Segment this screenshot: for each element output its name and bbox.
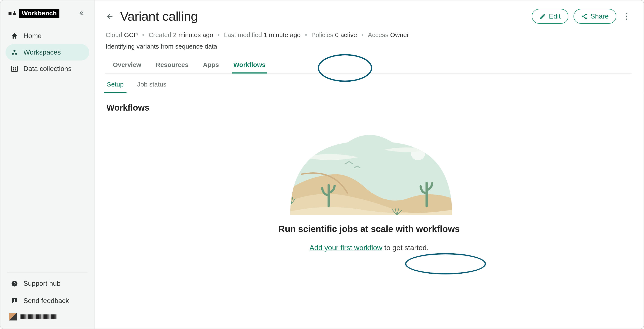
user-name-redacted: [20, 314, 57, 319]
tab-overview[interactable]: Overview: [112, 58, 142, 73]
more-menu-button[interactable]: [622, 11, 632, 22]
sidebar-item-data-collections[interactable]: Data collections: [6, 61, 89, 77]
sidebar-divider: [7, 272, 88, 273]
share-button-label: Share: [590, 12, 609, 20]
subtab-setup[interactable]: Setup: [106, 76, 125, 93]
brand[interactable]: Workbench: [8, 9, 60, 18]
desert-illustration-icon: [278, 125, 461, 215]
svg-point-13: [582, 16, 584, 17]
sidebar-item-workspaces[interactable]: Workspaces: [6, 44, 89, 61]
sidebar-item-send-feedback[interactable]: Send feedback: [6, 292, 89, 309]
svg-point-1: [12, 53, 14, 55]
back-button[interactable]: [105, 11, 115, 22]
svg-point-16: [626, 16, 627, 17]
svg-point-15: [626, 13, 627, 14]
svg-rect-10: [14, 299, 15, 301]
edit-button[interactable]: Edit: [532, 9, 568, 24]
svg-text:?: ?: [13, 281, 16, 286]
main: Variant calling Edit Share: [94, 1, 644, 328]
svg-rect-11: [14, 301, 15, 302]
sidebar: Workbench Home Workspaces: [0, 1, 94, 328]
dot-icon: •: [304, 31, 308, 39]
add-first-workflow-link[interactable]: Add your first workflow: [310, 243, 382, 252]
section-heading: Workflows: [106, 103, 632, 113]
edit-button-label: Edit: [549, 12, 560, 20]
meta-policies: Policies 0 active: [311, 31, 357, 39]
sidebar-item-home[interactable]: Home: [6, 28, 89, 44]
svg-rect-6: [13, 69, 14, 70]
subtab-job-status[interactable]: Job status: [136, 76, 168, 93]
sidebar-item-label: Data collections: [24, 65, 72, 73]
meta-cloud: Cloud GCP: [106, 31, 138, 39]
tabs-secondary: Setup Job status: [94, 76, 644, 93]
action-buttons: Edit Share: [532, 9, 632, 24]
share-icon: [581, 13, 588, 20]
svg-rect-4: [13, 67, 14, 68]
dot-icon: •: [360, 31, 364, 39]
help-icon: ?: [11, 280, 18, 287]
workspace-description: Identifying variants from sequence data: [105, 43, 632, 50]
home-icon: [11, 32, 18, 40]
sidebar-item-support-hub[interactable]: ? Support hub: [6, 275, 89, 292]
meta-row: Cloud GCP • Created 2 minutes ago • Last…: [105, 31, 632, 39]
sidebar-collapse-button[interactable]: [76, 8, 87, 18]
kebab-icon: [625, 13, 628, 20]
empty-subtext: Add your first workflow to get started.: [262, 243, 476, 252]
header: Variant calling Edit Share: [94, 1, 644, 76]
svg-point-12: [585, 14, 587, 15]
tab-resources[interactable]: Resources: [154, 58, 190, 73]
meta-created: Created 2 minutes ago: [149, 31, 213, 39]
svg-point-0: [14, 50, 16, 52]
brand-logo-icon: [8, 11, 16, 16]
nav-section: Home Workspaces Data collections: [6, 28, 89, 271]
title-row: Variant calling Edit Share: [105, 9, 632, 24]
empty-tail: to get started.: [382, 243, 428, 252]
dot-icon: •: [216, 31, 221, 39]
share-button[interactable]: Share: [574, 9, 616, 24]
sidebar-item-label: Workspaces: [24, 48, 61, 56]
dot-icon: •: [141, 31, 145, 39]
pencil-icon: [540, 13, 546, 20]
sidebar-bottom: ? Support hub Send feedback: [6, 275, 89, 323]
page-title: Variant calling: [120, 9, 198, 24]
empty-state: Run scientific jobs at scale with workfl…: [262, 125, 476, 252]
svg-point-14: [585, 18, 587, 19]
svg-point-17: [626, 18, 627, 20]
workspaces-icon: [11, 49, 18, 56]
svg-rect-5: [15, 67, 16, 68]
tab-workflows[interactable]: Workflows: [232, 58, 267, 73]
tabs-primary: Overview Resources Apps Workflows: [105, 58, 632, 74]
sidebar-item-label: Support hub: [24, 279, 60, 287]
arrow-left-icon: [106, 13, 114, 20]
sidebar-item-label: Home: [24, 32, 42, 40]
svg-point-2: [15, 53, 17, 55]
meta-access: Access Owner: [368, 31, 409, 39]
sidebar-item-label: Send feedback: [24, 297, 69, 305]
user-row[interactable]: [6, 310, 89, 323]
empty-heading: Run scientific jobs at scale with workfl…: [262, 224, 476, 234]
chevrons-left-icon: [78, 10, 84, 16]
meta-modified: Last modified 1 minute ago: [224, 31, 301, 39]
svg-rect-3: [12, 66, 18, 72]
feedback-icon: [11, 297, 18, 305]
content: Workflows: [94, 93, 644, 262]
grid-icon: [11, 65, 18, 73]
brand-badge: Workbench: [19, 9, 60, 18]
brand-row: Workbench: [6, 8, 89, 25]
avatar: [9, 313, 16, 320]
app-frame: Workbench Home Workspaces: [0, 0, 644, 329]
tab-apps[interactable]: Apps: [202, 58, 220, 73]
svg-rect-7: [15, 69, 16, 70]
